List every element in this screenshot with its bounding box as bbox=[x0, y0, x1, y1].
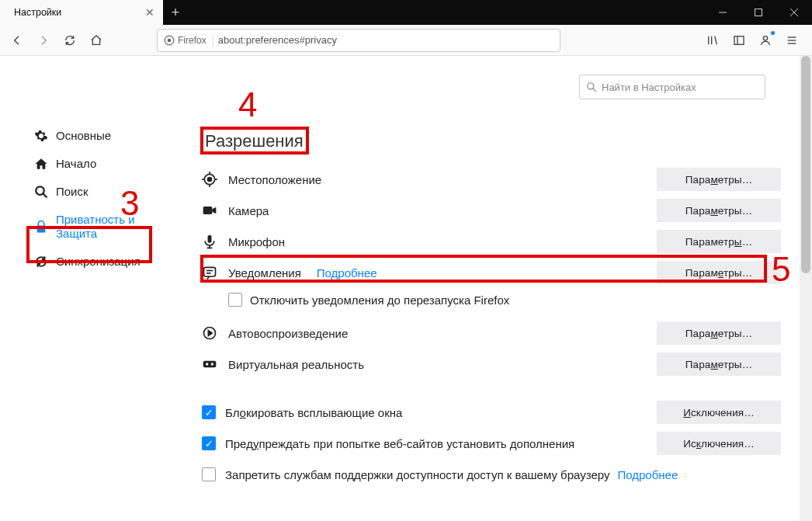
sidebar-item-sync[interactable]: Синхронизация bbox=[0, 248, 179, 276]
microphone-icon bbox=[202, 234, 217, 249]
perm-row-microphone: Микрофон Параметры… bbox=[202, 226, 781, 257]
close-button[interactable] bbox=[776, 0, 812, 25]
preferences-sidebar: Основные Начало Поиск Приватность и Защи… bbox=[0, 56, 179, 521]
scrollbar[interactable] bbox=[800, 56, 812, 521]
url-bar[interactable]: Firefox about:preferences#privacy bbox=[157, 29, 560, 52]
svg-rect-27 bbox=[204, 267, 216, 276]
tab-title: Настройки bbox=[14, 7, 138, 18]
menu-button[interactable] bbox=[779, 28, 804, 53]
perm-row-camera: Камера Параметры… bbox=[202, 195, 781, 226]
window-titlebar: Настройки ✕ + bbox=[0, 0, 812, 25]
maximize-button[interactable] bbox=[741, 0, 776, 25]
minimize-button[interactable] bbox=[705, 0, 741, 25]
back-button[interactable] bbox=[5, 28, 29, 53]
url-text: about:preferences#privacy bbox=[218, 34, 337, 46]
settings-button-notifications[interactable]: Параметры… bbox=[657, 261, 781, 284]
pause-notifications-checkbox-row: Отключить уведомления до перезапуска Fir… bbox=[228, 288, 781, 318]
sidebar-item-general[interactable]: Основные bbox=[0, 122, 179, 150]
warn-addon-install-row: Предупреждать при попытке веб-сайтов уст… bbox=[202, 428, 781, 459]
gear-icon bbox=[34, 129, 48, 143]
scrollbar-thumb[interactable] bbox=[801, 56, 810, 273]
svg-point-15 bbox=[36, 186, 44, 195]
home-button[interactable] bbox=[84, 28, 109, 53]
learn-more-notifications[interactable]: Подробнее bbox=[317, 266, 377, 280]
section-title-permissions: Разрешения bbox=[202, 130, 307, 153]
autoplay-icon bbox=[202, 325, 217, 341]
svg-rect-31 bbox=[203, 361, 217, 367]
settings-button-location[interactable]: Параметры… bbox=[657, 168, 781, 191]
block-popups-row: Блокировать всплывающие окна Исключения… bbox=[202, 397, 781, 428]
svg-line-8 bbox=[715, 36, 717, 44]
browser-tab[interactable]: Настройки ✕ bbox=[0, 0, 163, 25]
settings-button-microphone[interactable]: Параметры… bbox=[657, 230, 781, 253]
svg-point-32 bbox=[206, 363, 208, 365]
svg-line-18 bbox=[593, 89, 596, 92]
close-icon[interactable]: ✕ bbox=[144, 7, 155, 18]
svg-point-19 bbox=[208, 178, 212, 182]
new-tab-button[interactable]: + bbox=[163, 0, 188, 25]
checkbox[interactable] bbox=[202, 436, 216, 450]
checkbox[interactable] bbox=[202, 405, 216, 419]
preferences-content: Основные Начало Поиск Приватность и Защи… bbox=[0, 56, 812, 521]
vr-icon bbox=[202, 356, 217, 372]
exceptions-button-addons[interactable]: Исключения… bbox=[657, 432, 781, 455]
settings-button-autoplay[interactable]: Параметры… bbox=[657, 321, 781, 345]
library-button[interactable] bbox=[700, 28, 725, 53]
learn-more-a11y[interactable]: Подробнее bbox=[617, 468, 678, 481]
reload-button[interactable] bbox=[57, 28, 82, 53]
svg-point-33 bbox=[211, 363, 213, 365]
checkbox[interactable] bbox=[202, 467, 216, 481]
sidebar-item-home[interactable]: Начало bbox=[0, 150, 179, 178]
window-controls bbox=[705, 0, 812, 25]
notification-icon bbox=[202, 265, 217, 280]
lock-icon bbox=[34, 220, 48, 234]
search-icon bbox=[34, 185, 48, 199]
sidebar-item-search[interactable]: Поиск bbox=[0, 178, 179, 206]
camera-icon bbox=[202, 203, 217, 218]
perm-row-autoplay: Автовоспроизведение Параметры… bbox=[202, 318, 781, 349]
identity-box[interactable]: Firefox bbox=[164, 35, 213, 46]
perm-row-vr: Виртуальная реальность Параметры… bbox=[202, 349, 781, 380]
perm-row-location: Местоположение Параметры… bbox=[202, 164, 781, 195]
settings-button-vr[interactable]: Параметры… bbox=[657, 353, 781, 376]
block-a11y-row: Запретить службам поддержки доступности … bbox=[202, 459, 781, 490]
svg-point-17 bbox=[588, 83, 594, 89]
preferences-main: Найти в Настройках Разрешения Местополож… bbox=[179, 56, 812, 521]
svg-rect-25 bbox=[203, 207, 213, 214]
location-icon bbox=[202, 172, 217, 187]
home-icon bbox=[34, 157, 48, 171]
sidebar-button[interactable] bbox=[727, 28, 751, 53]
sync-icon bbox=[34, 255, 48, 269]
svg-point-5 bbox=[168, 38, 172, 42]
search-settings-input[interactable]: Найти в Настройках bbox=[579, 75, 765, 99]
nav-toolbar: Firefox about:preferences#privacy bbox=[0, 25, 812, 56]
sidebar-item-privacy[interactable]: Приватность и Защита bbox=[0, 206, 179, 248]
settings-button-camera[interactable]: Параметры… bbox=[657, 199, 781, 222]
svg-rect-9 bbox=[734, 36, 744, 44]
checkbox[interactable] bbox=[228, 293, 242, 307]
svg-rect-26 bbox=[208, 235, 212, 243]
svg-line-16 bbox=[43, 193, 47, 197]
account-button[interactable] bbox=[753, 28, 778, 53]
svg-point-11 bbox=[763, 36, 767, 40]
forward-button[interactable] bbox=[31, 28, 56, 53]
perm-row-notifications: Уведомления Подробнее Параметры… bbox=[202, 257, 781, 288]
search-icon bbox=[586, 82, 597, 92]
exceptions-button-popups[interactable]: Исключения… bbox=[657, 401, 781, 424]
svg-rect-1 bbox=[755, 9, 762, 16]
